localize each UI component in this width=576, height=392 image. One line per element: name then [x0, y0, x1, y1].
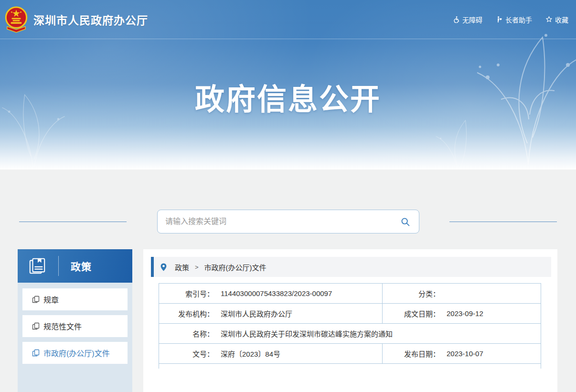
- sidebar-item-label: 规范性文件: [43, 320, 82, 332]
- header-divider: [58, 256, 59, 276]
- field-value: 2023-09-12: [447, 309, 483, 318]
- field-label: 索引号：: [159, 288, 214, 298]
- search-button[interactable]: [400, 217, 410, 227]
- document-icon: [32, 322, 40, 330]
- field-value: 深圳市人民政府办公厅: [221, 308, 292, 318]
- elder-assist-icon: [496, 16, 503, 23]
- field-value: 深圳市人民政府关于印发深圳市碳达峰实施方案的通知: [221, 328, 393, 339]
- decorative-line-left: [19, 222, 127, 222]
- content-area: 政策 规章 规范性文件: [0, 170, 576, 392]
- table-row: 发布机构： 深圳市人民政府办公厅 成文日期： 2023-09-12: [159, 304, 541, 324]
- elder-assist-label: 长者助手: [505, 15, 532, 24]
- location-pin-icon: [160, 263, 167, 272]
- publish-date-cell: 发布日期： 2023-10-07: [383, 344, 541, 363]
- accessibility-icon: [453, 16, 460, 23]
- sidebar: 政策 规章 规范性文件: [18, 249, 132, 392]
- site-brand[interactable]: 深圳市人民政府办公厅: [4, 6, 148, 33]
- table-row: 索引号： 114403000075433823/2023-00097 分类：: [159, 284, 541, 304]
- hero-section: 深圳市人民政府办公厅 无障碍 长者助手: [0, 0, 576, 170]
- field-label: 文号：: [159, 349, 214, 359]
- accessibility-label: 无障碍: [462, 15, 482, 24]
- document-name-cell: 名称： 深圳市人民政府关于印发深圳市碳达峰实施方案的通知: [159, 324, 541, 343]
- decorative-line-right: [449, 222, 557, 222]
- sidebar-item-label: 市政府(办公厅)文件: [43, 347, 110, 359]
- field-label: 发布日期：: [383, 349, 440, 359]
- breadcrumb-separator: >: [195, 264, 199, 271]
- field-label: 发布机构：: [159, 308, 214, 318]
- table-row-partial: [159, 364, 541, 369]
- document-icon: [32, 349, 40, 357]
- elder-assist-link[interactable]: 长者助手: [496, 15, 532, 24]
- star-icon: [545, 16, 553, 23]
- breadcrumb-link-current[interactable]: 市政府(办公厅)文件: [204, 262, 267, 272]
- category-cell: 分类：: [383, 284, 541, 303]
- accessibility-link[interactable]: 无障碍: [453, 15, 482, 24]
- field-value: 2023-10-07: [447, 350, 483, 358]
- top-header: 深圳市人民政府办公厅 无障碍 长者助手: [0, 0, 576, 39]
- breadcrumb: 政策 > 市政府(办公厅)文件: [151, 257, 551, 277]
- document-number-cell: 文号： 深府〔2023〕84号: [159, 344, 383, 363]
- table-row: 文号： 深府〔2023〕84号 发布日期： 2023-10-07: [159, 344, 541, 364]
- sidebar-item-municipal-documents[interactable]: 市政府(办公厅)文件: [22, 342, 128, 364]
- written-date-cell: 成文日期： 2023-09-12: [383, 304, 541, 323]
- field-value: 114403000075433823/2023-00097: [221, 289, 332, 297]
- index-number-cell: 索引号： 114403000075433823/2023-00097: [159, 284, 383, 303]
- utility-nav: 无障碍 长者助手 收藏: [453, 15, 568, 24]
- body-columns: 政策 规章 规范性文件: [0, 249, 576, 392]
- sidebar-item-label: 规章: [43, 294, 59, 305]
- sidebar-title: 政策: [71, 259, 92, 273]
- page-title: 政府信息公开: [0, 75, 576, 118]
- table-row: 名称： 深圳市人民政府关于印发深圳市碳达峰实施方案的通知: [159, 324, 541, 344]
- search-row: [0, 210, 576, 233]
- document-icon: [32, 296, 40, 303]
- field-value: 深府〔2023〕84号: [221, 349, 280, 359]
- favorite-link[interactable]: 收藏: [545, 15, 568, 24]
- field-label: 成文日期：: [383, 308, 440, 318]
- sidebar-item-regulations[interactable]: 规章: [22, 288, 128, 310]
- doc-info-table: 索引号： 114403000075433823/2023-00097 分类： 发…: [159, 283, 541, 369]
- site-title: 深圳市人民政府办公厅: [33, 11, 148, 28]
- field-label: 名称：: [159, 328, 214, 339]
- sidebar-header: 政策: [18, 249, 132, 283]
- search-box: [157, 210, 419, 233]
- search-input[interactable]: [165, 217, 400, 226]
- favorite-label: 收藏: [555, 15, 568, 24]
- main-panel: 政策 > 市政府(办公厅)文件 索引号： 114403000075433823/…: [143, 249, 557, 392]
- sidebar-menu: 规章 规范性文件 市政府(办公厅)文件: [18, 283, 132, 392]
- sidebar-item-normative-documents[interactable]: 规范性文件: [22, 315, 128, 337]
- issuing-agency-cell: 发布机构： 深圳市人民政府办公厅: [159, 304, 383, 323]
- national-emblem-logo: [4, 6, 29, 33]
- search-icon: [400, 217, 410, 227]
- field-label: 分类：: [383, 288, 440, 298]
- breadcrumb-link-policy[interactable]: 政策: [175, 262, 189, 272]
- policy-book-icon: [28, 257, 46, 275]
